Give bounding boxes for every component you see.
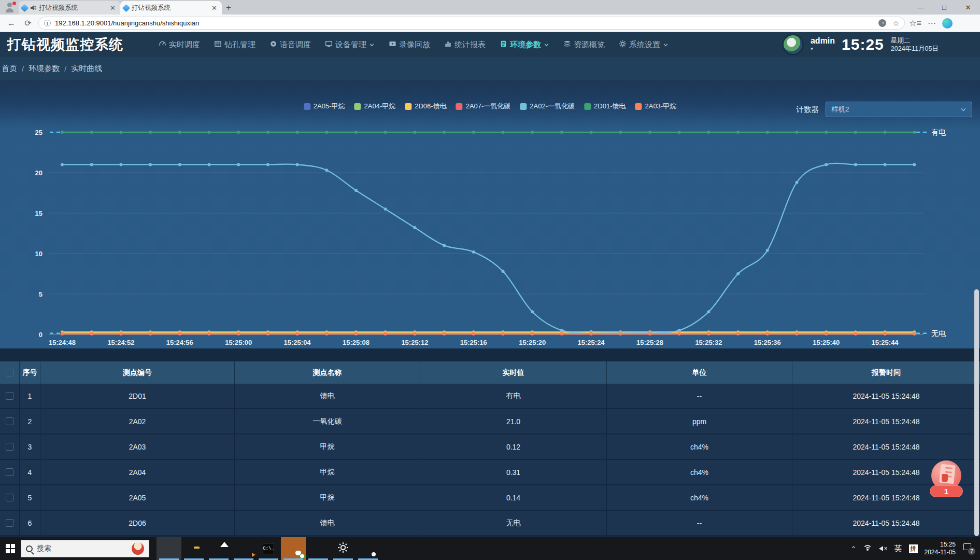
notification-count-badge: 7 (968, 547, 976, 555)
legend-item[interactable]: 2A02-一氧化碳 (520, 102, 575, 111)
nav-item-video[interactable]: 录像回放 (389, 40, 430, 50)
x-tick-label: 15:25:24 (578, 339, 605, 346)
taskbar-app-wechat[interactable] (281, 537, 306, 560)
data-point (678, 332, 681, 335)
nav-item-device[interactable]: 设备管理 (325, 40, 375, 50)
data-point (502, 332, 505, 335)
taskbar-app-file-explorer[interactable] (181, 537, 206, 560)
legend-item[interactable]: 2D01-馈电 (584, 102, 626, 111)
row-checkbox[interactable] (6, 417, 13, 425)
page-scrollbar-thumb[interactable] (974, 289, 979, 536)
tray-expand-icon[interactable]: ⌃ (851, 545, 857, 553)
legend-item[interactable]: 2A05-甲烷 (304, 102, 345, 111)
favorites-bar-icon[interactable]: ☆≡ (909, 18, 921, 28)
more-menu-icon[interactable]: ⋯ (926, 18, 938, 28)
minimize-button[interactable]: — (908, 0, 932, 15)
table-cell: 2A02 (40, 409, 235, 433)
data-point (913, 332, 916, 335)
ime-language[interactable]: 英 (894, 544, 902, 554)
tray-date: 2024-11-05 (925, 549, 956, 556)
taskbar-app-edge[interactable] (157, 537, 181, 560)
taskbar-app-settings[interactable] (331, 537, 356, 560)
legend-item[interactable]: 2A03-甲烷 (635, 102, 676, 111)
data-point (413, 131, 416, 134)
nav-item-label: 环境参数 (510, 40, 541, 50)
browser-tab-1[interactable]: 打钻视频系统 ✕ (19, 1, 120, 15)
data-point (854, 131, 857, 134)
x-tick-label: 15:24:56 (166, 339, 193, 346)
alarm-notification-widget[interactable]: 1 (930, 460, 964, 500)
breadcrumb-separator: / (22, 64, 24, 73)
url-bar[interactable]: i 192.168.1.20:9001/huanjingcanshu/shish… (38, 17, 905, 30)
taskbar-app-photos[interactable] (206, 537, 231, 560)
nav-item-mic[interactable]: 语音调度 (269, 40, 311, 50)
nav-item-bars[interactable]: 统计报表 (444, 40, 486, 50)
taskbar: 搜索 C:\_ ⌃ × 英 拼 15:25 2024-11-05 7 (0, 537, 980, 560)
site-info-icon[interactable]: i (44, 20, 51, 26)
tab-favicon (21, 4, 29, 12)
wifi-icon[interactable] (863, 545, 872, 552)
ime-mode-icon[interactable]: 拼 (909, 544, 918, 553)
table-cell: 2A03 (40, 435, 235, 459)
tray-clock[interactable]: 15:25 2024-11-05 (925, 541, 956, 556)
row-checkbox[interactable] (6, 443, 13, 451)
legend-swatch (635, 103, 642, 110)
taskbar-search[interactable]: 搜索 (21, 540, 149, 557)
nav-item-label: 设备管理 (335, 40, 366, 50)
taskbar-app-thunderbird[interactable] (231, 537, 256, 560)
data-point (678, 329, 681, 332)
tab-title: 打钻视频系统 (39, 4, 106, 12)
user-menu[interactable]: admin ▾ (811, 37, 835, 52)
row-checkbox[interactable] (6, 494, 13, 501)
nav-item-grid[interactable]: 钻孔管理 (214, 40, 255, 50)
breadcrumb-item[interactable]: 首页 (2, 64, 17, 74)
table-cell: 2024-11-05 15:24:48 (792, 384, 980, 408)
browser-profile-icon[interactable] (3, 1, 17, 13)
clock-time: 15:25 (842, 36, 884, 53)
app-logo: 打钻视频监控系统 (7, 35, 123, 54)
reader-icon[interactable]: ◔ (878, 19, 886, 27)
avatar[interactable] (782, 34, 804, 55)
table-header-cell: 序号 (20, 361, 40, 384)
header-checkbox-cell (0, 361, 20, 384)
data-point (825, 131, 828, 134)
action-center-icon[interactable]: 7 (962, 542, 975, 555)
news-interests-icon[interactable] (132, 542, 144, 555)
start-button[interactable] (0, 537, 21, 560)
row-checkbox[interactable] (6, 468, 13, 476)
table-row: 12D01馈电有电--2024-11-05 15:24:48 (0, 384, 980, 409)
taskbar-app-terminal[interactable]: C:\_ (256, 537, 281, 560)
nav-item-gauge[interactable]: 实时调度 (159, 40, 200, 50)
nav-item-gear[interactable]: 系统设置 (619, 40, 669, 50)
close-button[interactable]: ✕ (956, 0, 980, 15)
data-point (560, 131, 563, 134)
back-icon[interactable]: ← (5, 19, 18, 28)
legend-swatch (354, 103, 361, 110)
legend-item[interactable]: 2A07-一氧化碳 (456, 102, 511, 111)
counter-select[interactable]: 样机2 (826, 102, 972, 117)
refresh-icon[interactable]: ⟳ (22, 18, 34, 28)
row-checkbox[interactable] (6, 392, 13, 400)
nav-item-layers[interactable]: 资源概览 (563, 40, 605, 50)
row-checkbox[interactable] (6, 519, 13, 527)
system-tray: ⌃ × 英 拼 15:25 2024-11-05 7 (851, 541, 980, 556)
table-cell: 2D01 (40, 384, 235, 408)
muted-speaker-icon[interactable]: × (879, 545, 887, 552)
select-all-checkbox[interactable] (6, 369, 13, 376)
table-cell: 2 (20, 409, 40, 433)
legend-item[interactable]: 2D06-馈电 (405, 102, 446, 111)
new-tab-button[interactable]: + (222, 1, 235, 15)
tab-close-icon[interactable]: ✕ (108, 4, 117, 12)
taskbar-app-paint[interactable] (356, 537, 380, 560)
legend-swatch (304, 103, 310, 110)
taskbar-app-notepad[interactable] (306, 537, 331, 560)
tab-close-icon[interactable]: ✕ (210, 4, 219, 12)
browser-tab-2[interactable]: 打钻视频系统 ✕ (120, 1, 222, 15)
nav-item-env[interactable]: 环境参数 (500, 40, 549, 50)
breadcrumb-item[interactable]: 环境参数 (29, 64, 60, 74)
copilot-icon[interactable] (942, 18, 953, 29)
favorite-star-icon[interactable]: ☆ (892, 19, 899, 27)
maximize-button[interactable]: □ (932, 0, 956, 15)
legend-item[interactable]: 2A04-甲烷 (354, 102, 396, 111)
clock-date-block: 星期二 2024年11月05日 (891, 36, 939, 53)
